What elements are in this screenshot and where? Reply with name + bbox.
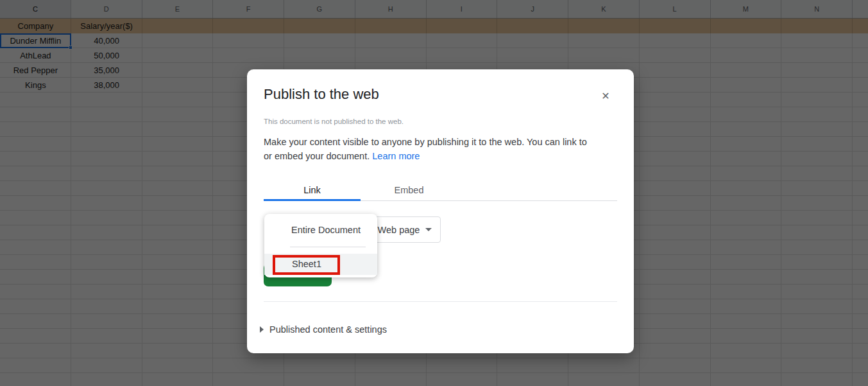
menu-item-entire-document[interactable]: Entire Document — [264, 214, 377, 247]
expand-arrow-icon — [260, 326, 264, 333]
menu-item-sheet1[interactable]: Sheet1 — [264, 254, 377, 275]
chevron-down-icon — [425, 228, 432, 231]
published-content-settings-toggle[interactable]: Published content & settings — [259, 322, 387, 337]
description-line2: or embed your document. — [264, 151, 370, 161]
published-settings-label: Published content & settings — [269, 324, 387, 335]
dialog-description: Make your content visible to anyone by p… — [264, 136, 613, 163]
dialog-divider — [264, 301, 617, 302]
format-select[interactable]: Web page — [369, 216, 441, 243]
learn-more-link[interactable]: Learn more — [372, 151, 420, 161]
dialog-title: Publish to the web — [264, 86, 379, 103]
close-icon[interactable]: ✕ — [599, 89, 613, 103]
tab-link[interactable]: Link — [264, 181, 361, 201]
description-line1: Make your content visible to anyone by p… — [264, 137, 587, 147]
publish-to-web-dialog: Publish to the web ✕ This document is no… — [247, 69, 634, 353]
format-select-value: Web page — [378, 225, 420, 235]
publish-status-text: This document is not published to the we… — [264, 118, 404, 125]
menu-divider — [290, 247, 366, 247]
tab-bar: Link Embed — [264, 181, 617, 201]
tab-embed[interactable]: Embed — [361, 181, 457, 201]
scope-dropdown-menu: Entire Document Sheet1 — [264, 214, 377, 277]
